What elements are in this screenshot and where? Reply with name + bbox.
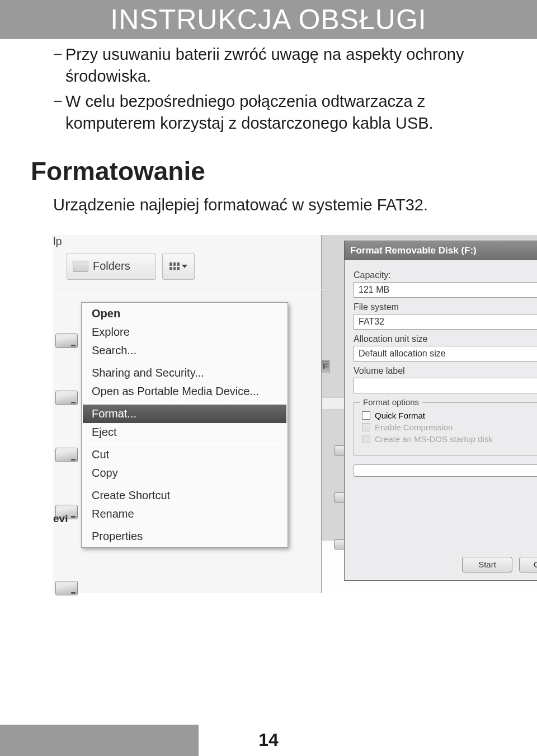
context-menu-item-rename[interactable]: Rename [83,505,286,523]
capacity-select[interactable]: 121 MB [354,282,537,298]
page-header: INSTRUKCJA OBSŁUGI [0,0,537,39]
context-menu-separator [84,484,285,485]
volume-label-input[interactable] [354,378,537,393]
format-dialog: Format Removable Disk (F:) ? ✕ Capacity:… [344,241,537,581]
enable-compression-label: Enable Compression [375,422,453,432]
background-folder-icon [334,539,345,550]
dialog-title: Format Removable Disk (F:) [350,245,477,256]
context-menu-item-copy[interactable]: Copy [83,464,286,482]
context-menu-separator [84,525,285,525]
filesystem-select[interactable]: FAT32 [354,314,537,330]
dialog-backdrop: F Format Removable Disk (F:) ? ✕ Capacit… [322,235,537,593]
dialog-body: Capacity: 121 MB File system FAT32 Alloc… [345,260,537,477]
thumbnails-icon [169,262,180,270]
cutoff-label: evi [53,513,68,525]
start-button[interactable]: Start [462,557,512,572]
context-menu-item-cut[interactable]: Cut [83,445,286,464]
folders-button-label: Folders [93,260,130,273]
drive-icon[interactable] [55,581,78,595]
context-menu-item-explore[interactable]: Explore [83,323,286,341]
format-options-legend: Format options [360,397,422,407]
context-menu-item-portable-device[interactable]: Open as Portable Media Device... [83,382,286,401]
progress-bar [354,464,537,477]
bullet-text: Przy usuwaniu baterii zwróć uwagę na asp… [65,44,506,87]
bullet-item: − W celu bezpośredniego połączenia odtwa… [53,91,506,134]
section-heading: Formatowanie [31,156,506,186]
partial-label: F [322,360,329,373]
allocation-label: Allocation unit size [354,334,537,344]
close-dialog-button[interactable]: Close [519,557,537,572]
context-menu-separator [84,443,285,444]
context-menu-item-sharing[interactable]: Sharing and Security... [83,364,286,382]
quick-format-label: Quick Format [375,411,425,420]
bullet-dash: − [53,91,65,134]
folders-button[interactable]: Folders [67,253,156,280]
page-number: 14 [0,730,537,750]
background-folder-icon [334,492,345,503]
explorer-panel: lp Folders evi Open Explore [53,235,322,593]
context-menu-item-properties[interactable]: Properties [83,527,286,546]
drive-icon[interactable] [55,391,78,405]
filesystem-value: FAT32 [359,317,384,327]
dialog-buttons: Start Close [462,557,537,572]
format-options-fieldset: Format options Quick Format Enable Compr… [354,402,537,456]
capacity-label: Capacity: [354,270,537,280]
checkbox-icon[interactable] [362,411,370,420]
chevron-down-icon [182,265,187,268]
document-body: − Przy usuwaniu baterii zwróć uwagę na a… [0,39,537,593]
bullet-text: W celu bezpośredniego połączenia odtwarz… [65,91,506,134]
context-menu-item-open[interactable]: Open [83,304,286,323]
context-menu-item-format[interactable]: Format... [83,405,286,423]
msdos-row: Create an MS-DOS startup disk [362,434,537,444]
context-menu: Open Explore Search... Sharing and Secur… [81,302,288,548]
bullet-dash: − [53,44,65,87]
context-menu-item-shortcut[interactable]: Create Shortcut [83,486,286,505]
checkbox-icon [362,435,370,443]
section-subtext: Urządzenie najlepiej formatować w system… [53,194,506,216]
drive-icon[interactable] [55,334,78,348]
allocation-select[interactable]: Default allocation size [354,346,537,361]
msdos-label: Create an MS-DOS startup disk [375,434,493,444]
enable-compression-row: Enable Compression [362,422,537,432]
screenshot-composite: lp Folders evi Open Explore [53,235,506,593]
drive-icons-column [55,334,82,638]
page-header-title: INSTRUKCJA OBSŁUGI [110,3,426,36]
capacity-value: 121 MB [359,285,389,295]
bullet-item: − Przy usuwaniu baterii zwróć uwagę na a… [53,44,506,87]
context-menu-separator [84,361,285,362]
toolbar-fragment-label: lp [53,235,62,248]
context-menu-item-search[interactable]: Search... [83,341,286,360]
background-folder-icon [334,445,345,456]
checkbox-icon [362,423,370,431]
views-button[interactable] [162,253,195,280]
folder-icon [73,261,88,272]
toolbar-separator [53,289,322,290]
volume-label-label: Volume label [354,366,537,376]
context-menu-item-eject[interactable]: Eject [83,423,286,442]
quick-format-row[interactable]: Quick Format [362,411,537,420]
filesystem-label: File system [354,302,537,312]
context-menu-separator [84,402,285,403]
drive-icon[interactable] [55,448,78,462]
allocation-value: Default allocation size [359,349,446,359]
dialog-titlebar[interactable]: Format Removable Disk (F:) ? ✕ [345,241,537,260]
